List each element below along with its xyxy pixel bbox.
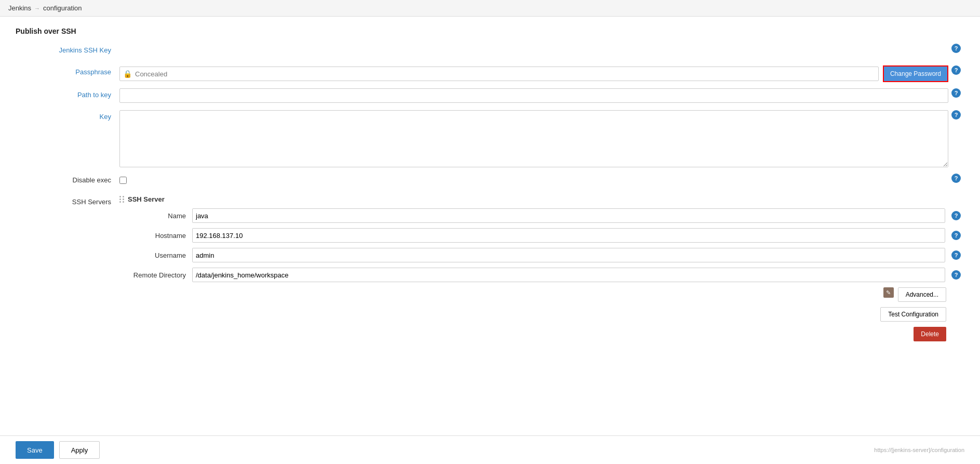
ssh-hostname-field: ? [192, 228, 961, 243]
passphrase-input-wrapper: 🔒 Concealed [119, 67, 879, 81]
jenkins-ssh-key-help-icon[interactable]: ? [951, 44, 961, 53]
delete-button[interactable]: Delete [914, 327, 946, 341]
ssh-name-row: Name ? [119, 208, 961, 223]
passphrase-concealed-text: Concealed [135, 70, 167, 78]
path-to-key-label: Path to key [16, 88, 119, 99]
section-title: Publish over SSH [16, 27, 961, 35]
key-label: Key [16, 110, 119, 121]
path-to-key-field [119, 88, 948, 103]
ssh-username-label: Username [119, 251, 192, 259]
breadcrumb-config[interactable]: configuration [43, 4, 82, 12]
disable-exec-row: Disable exec ? [16, 174, 961, 189]
key-textarea[interactable] [119, 110, 948, 167]
ssh-remote-dir-input[interactable] [192, 268, 945, 282]
breadcrumb-arrow: → [34, 5, 40, 11]
key-row: Key ? [16, 110, 961, 167]
ssh-servers-row: SSH Servers SSH Server Name ? [16, 195, 961, 341]
path-to-key-row: Path to key ? [16, 88, 961, 104]
ssh-remote-dir-label: Remote Directory [119, 271, 192, 279]
ssh-server-header-text: SSH Server [128, 195, 165, 203]
ssh-server-header: SSH Server [119, 195, 961, 203]
ssh-remote-dir-help-icon[interactable]: ? [951, 270, 961, 280]
path-to-key-help-icon[interactable]: ? [951, 88, 961, 98]
action-buttons-row: ✎ Advanced... [119, 287, 946, 302]
breadcrumb-bar: Jenkins → configuration [0, 0, 980, 17]
passphrase-row: Passphrase 🔒 Concealed Change Password ? [16, 65, 961, 82]
ssh-remote-dir-row: Remote Directory ? [119, 268, 961, 282]
advanced-edit-icon: ✎ [883, 287, 894, 298]
ssh-hostname-row: Hostname ? [119, 228, 961, 243]
path-to-key-input[interactable] [119, 88, 948, 103]
passphrase-label: Passphrase [16, 65, 119, 76]
key-help-icon[interactable]: ? [951, 110, 961, 120]
ssh-name-input[interactable] [192, 208, 945, 223]
test-configuration-button[interactable]: Test Configuration [880, 307, 946, 322]
ssh-username-field: ? [192, 248, 961, 262]
jenkins-ssh-key-label: Jenkins SSH Key [16, 44, 119, 54]
change-password-btn-wrapper: Change Password [883, 65, 948, 82]
ssh-servers-content: SSH Server Name ? Hostname ? Use [119, 195, 961, 341]
ssh-name-label: Name [119, 212, 192, 220]
drag-icon [119, 196, 125, 203]
disable-exec-checkbox[interactable] [119, 177, 127, 184]
disable-exec-help-icon[interactable]: ? [951, 174, 961, 183]
ssh-username-help-icon[interactable]: ? [951, 250, 961, 260]
breadcrumb-jenkins[interactable]: Jenkins [8, 4, 31, 12]
test-config-row: Test Configuration [119, 307, 946, 322]
ssh-hostname-help-icon[interactable]: ? [951, 231, 961, 240]
ssh-hostname-input[interactable] [192, 228, 945, 243]
main-content: Publish over SSH Jenkins SSH Key ? Passp… [0, 17, 976, 379]
change-password-button[interactable]: Change Password [884, 67, 947, 81]
passphrase-help-icon[interactable]: ? [951, 65, 961, 75]
ssh-username-row: Username ? [119, 248, 961, 262]
advanced-button[interactable]: Advanced... [898, 287, 946, 302]
ssh-hostname-label: Hostname [119, 232, 192, 240]
delete-row: Delete [119, 327, 946, 341]
ssh-servers-label: SSH Servers [16, 195, 119, 206]
disable-exec-label: Disable exec [16, 174, 119, 184]
ssh-username-input[interactable] [192, 248, 945, 262]
ssh-name-help-icon[interactable]: ? [951, 211, 961, 220]
disable-exec-field [119, 174, 948, 184]
ssh-name-field: ? [192, 208, 961, 223]
lock-icon: 🔒 [123, 70, 132, 78]
key-field [119, 110, 948, 167]
ssh-remote-dir-field: ? [192, 268, 961, 282]
passphrase-field: 🔒 Concealed Change Password [119, 65, 948, 82]
jenkins-ssh-key-row: Jenkins SSH Key ? [16, 44, 961, 59]
